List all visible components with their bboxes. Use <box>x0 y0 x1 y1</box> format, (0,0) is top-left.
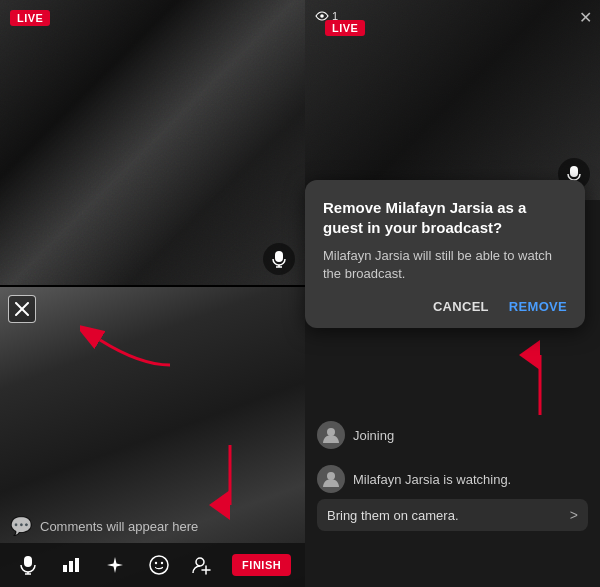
person-icon <box>323 426 339 444</box>
watching-text: Milafayn Jarsia is watching. <box>353 472 511 487</box>
svg-point-11 <box>150 556 168 574</box>
remove-button[interactable]: REMOVE <box>509 299 567 314</box>
close-icon <box>15 302 29 316</box>
video-top: LIVE <box>0 0 305 285</box>
add-person-toolbar-icon[interactable] <box>188 551 216 579</box>
finish-button-left[interactable]: FINISH <box>232 554 291 576</box>
face-icon <box>149 555 169 575</box>
svg-rect-9 <box>69 561 73 572</box>
svg-point-21 <box>327 428 335 436</box>
avatar-watching <box>317 465 345 493</box>
cancel-button[interactable]: CANCEL <box>433 299 489 314</box>
svg-point-14 <box>196 558 204 566</box>
remove-guest-dialog: Remove Milafayn Jarsia as a guest in you… <box>305 180 585 328</box>
mic-toolbar-icon[interactable] <box>14 551 42 579</box>
avatar-joining <box>317 421 345 449</box>
bring-on-camera-button[interactable]: Bring them on camera. > <box>317 499 588 531</box>
svg-point-12 <box>155 562 157 564</box>
joining-text: Joining <box>353 428 394 443</box>
video-bottom-background <box>0 287 305 587</box>
close-guest-button[interactable] <box>8 295 36 323</box>
video-bottom: 💬 Comments will appear here <box>0 287 305 587</box>
bring-camera-label: Bring them on camera. <box>327 508 459 523</box>
bars-toolbar-icon[interactable] <box>57 551 85 579</box>
dialog-title: Remove Milafayn Jarsia as a guest in you… <box>323 198 567 237</box>
comments-bar: 💬 Comments will appear here <box>10 515 198 537</box>
left-panel: LIVE 💬 Comments will appear here <box>0 0 305 587</box>
comments-placeholder-text: Comments will appear here <box>40 519 198 534</box>
mic-svg <box>272 250 286 268</box>
video-right-top: LIVE 1 ✕ <box>305 0 600 200</box>
svg-rect-10 <box>75 558 79 572</box>
svg-rect-18 <box>570 166 578 177</box>
joining-row: Joining <box>317 421 588 449</box>
face-toolbar-icon[interactable] <box>145 551 173 579</box>
svg-rect-8 <box>63 565 67 572</box>
watching-row: Milafayn Jarsia is watching. Bring them … <box>317 465 588 531</box>
add-person-icon <box>192 555 212 575</box>
close-right-video-button[interactable]: ✕ <box>579 8 592 27</box>
mic-icon <box>20 555 36 575</box>
chart-icon <box>62 557 80 573</box>
chevron-right-icon: > <box>570 507 578 523</box>
sparkle-toolbar-icon[interactable] <box>101 551 129 579</box>
svg-rect-5 <box>24 556 32 567</box>
dialog-body: Milafayn Jarsia will still be able to wa… <box>323 247 567 283</box>
toolbar-left: FINISH <box>0 543 305 587</box>
live-badge-right: LIVE <box>325 20 365 36</box>
svg-point-13 <box>161 562 163 564</box>
comment-icon: 💬 <box>10 515 32 537</box>
person-icon-2 <box>323 470 339 488</box>
svg-rect-0 <box>275 251 283 262</box>
effects-icon <box>106 556 124 574</box>
live-badge-top-left: LIVE <box>10 10 50 26</box>
video-top-background <box>0 0 305 285</box>
svg-point-22 <box>327 472 335 480</box>
dialog-actions: CANCEL REMOVE <box>323 299 567 314</box>
svg-point-17 <box>320 14 324 18</box>
mic-icon-top[interactable] <box>263 243 295 275</box>
